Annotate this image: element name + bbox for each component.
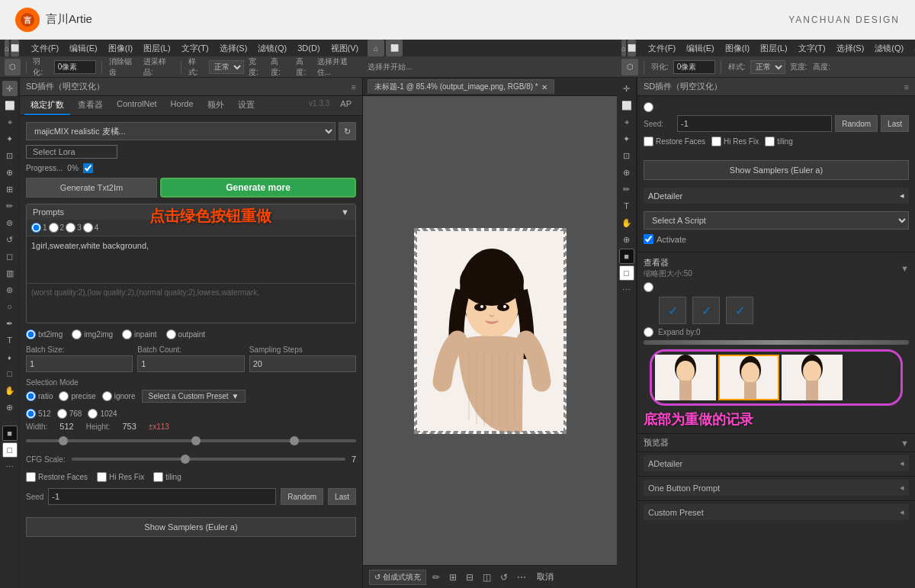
tool-move[interactable]: ✛ xyxy=(2,81,18,96)
size-1024[interactable]: 1024 xyxy=(88,409,117,419)
right-last-btn[interactable]: Last xyxy=(881,115,909,132)
tool-lasso[interactable]: ⌖ xyxy=(2,114,18,130)
restore-faces-check[interactable]: Restore Faces xyxy=(26,472,88,482)
ps-new-icon-left[interactable]: ⬜ xyxy=(11,40,19,56)
feather-input-right[interactable] xyxy=(673,60,715,74)
tab-controlnet[interactable]: ControlNet xyxy=(111,96,163,115)
script-select[interactable]: Select A Script xyxy=(644,211,909,230)
prompt-tab-2[interactable]: 2 xyxy=(49,223,65,233)
right-random-btn[interactable]: Random xyxy=(835,115,878,132)
frame-icon[interactable]: ◫ xyxy=(480,572,494,583)
ps-tool-select-left[interactable]: ⬡ xyxy=(5,59,21,76)
canvas-tab-main[interactable]: 未标题-1 @ 85.4% (output_image.png, RGB/8) … xyxy=(368,79,554,94)
rt-fg[interactable]: ■ xyxy=(619,249,634,264)
menu-layer-right[interactable]: 图层(L) xyxy=(756,43,791,54)
thumbnail-2[interactable] xyxy=(718,355,779,400)
tab-viewer[interactable]: 查看器 xyxy=(72,96,109,115)
mode-txt2img[interactable]: txt2img xyxy=(26,329,63,339)
browser-header[interactable]: 预览器 ▼ xyxy=(644,437,909,448)
tool-heal[interactable]: ⊞ xyxy=(2,182,18,197)
tool-eyedropper[interactable]: ⊕ xyxy=(2,165,18,180)
tool-blur[interactable]: ⊛ xyxy=(2,282,18,297)
reset-icon[interactable]: ↺ xyxy=(497,572,511,583)
select-lora-btn[interactable]: Select Lora xyxy=(26,145,117,159)
menu-filter-left[interactable]: 滤镜(Q) xyxy=(253,43,291,54)
batch-size-input[interactable] xyxy=(26,355,133,372)
tab-extra[interactable]: 额外 xyxy=(201,96,230,115)
checker-radio[interactable] xyxy=(644,282,653,292)
right-tiling[interactable]: tiling xyxy=(765,137,793,146)
activate-checkbox[interactable] xyxy=(644,234,653,244)
rt-more[interactable]: ⋯ xyxy=(619,282,634,297)
prompt-tab-4[interactable]: 4 xyxy=(83,223,99,233)
menu-edit-left[interactable]: 编辑(E) xyxy=(65,43,102,54)
ps-new-icon-canvas[interactable]: ⬜ xyxy=(386,40,403,56)
custom-preset-row[interactable]: Custom Preset ◂ xyxy=(644,504,909,520)
ps-tool-select-right[interactable]: ⬡ xyxy=(621,59,638,76)
model-dropdown[interactable]: majicMIX realistic 麦橘... xyxy=(26,122,336,140)
rt-brush[interactable]: ✏ xyxy=(619,182,634,197)
tool-eraser[interactable]: ◻ xyxy=(2,249,18,264)
menu-text-left[interactable]: 文字(T) xyxy=(177,43,214,54)
edit-icon[interactable]: ✏ xyxy=(429,572,443,583)
random-seed-btn[interactable]: Random xyxy=(281,488,323,505)
batch-count-input[interactable] xyxy=(137,355,244,372)
tool-history[interactable]: ↺ xyxy=(2,232,18,247)
adetailer-row[interactable]: ADetailer ◂ xyxy=(644,455,909,471)
sampling-steps-input[interactable] xyxy=(249,355,356,372)
size-768[interactable]: 768 xyxy=(57,409,82,419)
menu-filter-right[interactable]: 滤镜(Q) xyxy=(870,43,908,54)
rt-wand[interactable]: ✦ xyxy=(619,131,634,146)
cancel-btn[interactable]: 取消 xyxy=(532,571,558,583)
menu-file-right[interactable]: 文件(F) xyxy=(644,43,680,54)
rt-zoom[interactable]: ⊕ xyxy=(619,232,634,247)
last-seed-btn[interactable]: Last xyxy=(328,488,356,505)
tool-select-rect[interactable]: ⬜ xyxy=(2,98,18,113)
thumbnail-3[interactable] xyxy=(782,355,843,400)
menu-view-left[interactable]: 视图(V) xyxy=(326,43,364,54)
prompt-tab-3[interactable]: 3 xyxy=(66,223,82,233)
one-btn-row[interactable]: One Button Prompt ◂ xyxy=(644,480,909,496)
menu-file-left[interactable]: 文件(F) xyxy=(27,43,63,54)
ps-new-icon-right[interactable]: ⬜ xyxy=(628,40,636,56)
checker-expand-btn[interactable]: ▼ xyxy=(901,264,909,273)
tool-dodge[interactable]: ○ xyxy=(2,299,18,314)
expand-radio[interactable] xyxy=(644,327,653,337)
tool-wand[interactable]: ✦ xyxy=(2,131,18,146)
tool-text[interactable]: T xyxy=(2,333,18,348)
tool-pen[interactable]: ✒ xyxy=(2,316,18,331)
menu-layer-left[interactable]: 图层(L) xyxy=(139,43,175,54)
tab-stable-diffusion[interactable]: 稳定扩数 xyxy=(24,96,70,115)
sel-ratio[interactable]: ratio xyxy=(26,391,53,401)
generate-more-btn[interactable]: Generate more xyxy=(160,178,356,198)
tool-hand[interactable]: ✋ xyxy=(2,383,18,398)
right-seed-input[interactable] xyxy=(677,115,832,132)
prompt-tab-1[interactable]: 1 xyxy=(31,223,47,233)
tool-crop[interactable]: ⊡ xyxy=(2,148,18,163)
mode-outpaint[interactable]: outpaint xyxy=(166,329,206,339)
more-icon[interactable]: ⋯ xyxy=(514,572,529,583)
progress-checkbox[interactable] xyxy=(83,163,93,173)
generative-fill-btn[interactable]: ↺ 创成式填充 xyxy=(369,570,426,585)
menu-text-right[interactable]: 文字(T) xyxy=(794,43,830,54)
ps-home-icon-canvas[interactable]: ⌂ xyxy=(368,40,384,56)
rt-move[interactable]: ✛ xyxy=(619,81,634,96)
rt-crop[interactable]: ⊡ xyxy=(619,148,634,163)
seed-input[interactable] xyxy=(48,488,276,505)
feather-input-left[interactable] xyxy=(54,60,96,74)
tiling-check[interactable]: tiling xyxy=(153,472,181,482)
prompts-header[interactable]: Prompts ▼ xyxy=(27,204,355,220)
ps-home-icon-left[interactable]: ⌂ xyxy=(5,40,9,56)
adetailer-header[interactable]: ADetailer ◂ xyxy=(644,188,909,204)
style-select-left[interactable]: 正常 xyxy=(209,60,244,74)
custom-preset-dropdown[interactable]: Select a Custom Preset ▼ xyxy=(142,390,246,403)
model-refresh-btn[interactable]: ↻ xyxy=(339,122,356,140)
rt-hand[interactable]: ✋ xyxy=(619,215,634,230)
ps-home-icon-right[interactable]: ⌂ xyxy=(621,40,626,56)
width-slider[interactable] xyxy=(26,434,356,448)
generate-txt2img-btn[interactable]: Generate Txt2Im xyxy=(26,178,157,198)
right-radio-1[interactable] xyxy=(644,102,653,112)
negative-prompt-input[interactable]: (worst quality:2),(low quality:2),(norma… xyxy=(27,283,355,321)
tool-bg-color[interactable]: □ xyxy=(2,442,18,458)
tool-shape[interactable]: □ xyxy=(2,366,18,381)
